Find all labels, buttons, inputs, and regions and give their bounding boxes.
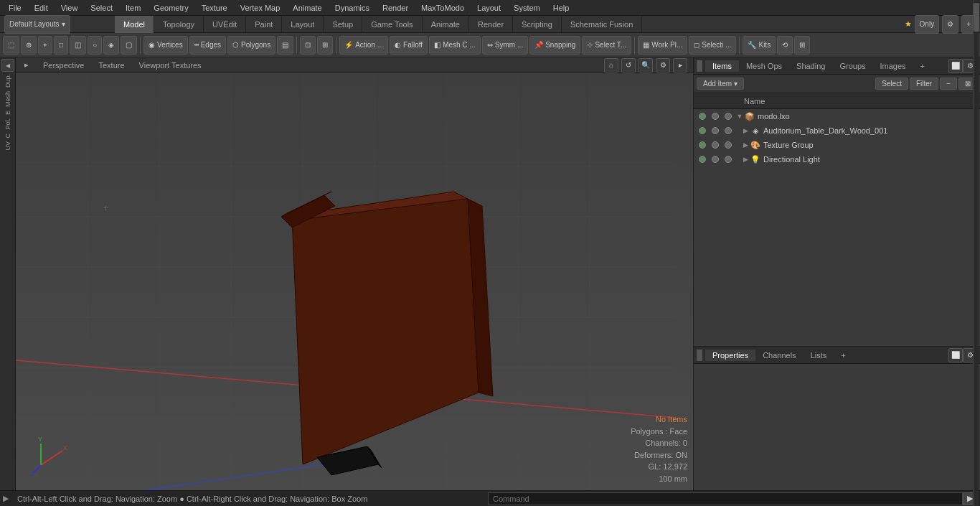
menu-item-dynamics[interactable]: Dynamics: [329, 2, 375, 14]
polygons-btn[interactable]: ⬡Polygons: [227, 36, 275, 55]
snap-btn2[interactable]: ⊞: [317, 36, 333, 55]
expand-modo-lxo[interactable]: ▼: [735, 113, 744, 120]
menu-item-vertex-map[interactable]: Vertex Map: [235, 2, 286, 14]
command-input[interactable]: [488, 492, 963, 505]
circle-btn[interactable]: ○: [88, 36, 102, 55]
menu-item-edit[interactable]: Edit: [29, 2, 54, 14]
snapping-btn[interactable]: 📌Snapping: [529, 36, 580, 55]
item-row-modo-lxo[interactable]: ▼ 📦 modo.lxo: [694, 109, 980, 123]
vis-dot3-modo-lxo[interactable]: [725, 113, 732, 120]
item-row-light[interactable]: ▶ 💡 Directional Light: [694, 152, 980, 167]
sidebar-toggle-btn[interactable]: ◀: [1, 59, 14, 72]
viewport-tab-texture[interactable]: Texture: [95, 60, 127, 71]
transform-btn[interactable]: ⬚: [3, 36, 19, 55]
vis-dot3-texture[interactable]: [725, 141, 732, 149]
vp-zoom-btn[interactable]: 🔍: [639, 58, 653, 72]
expand-texture[interactable]: ▶: [741, 141, 750, 149]
tab-items[interactable]: Items: [705, 60, 739, 72]
items-minus-btn[interactable]: −: [940, 78, 957, 90]
layout-tab-setup[interactable]: Setup: [324, 16, 362, 33]
vis3-auditorium[interactable]: [722, 125, 734, 136]
layout-tab-schematic-fusion[interactable]: Schematic Fusion: [562, 16, 642, 33]
tab-lists[interactable]: Lists: [804, 350, 834, 361]
only-btn[interactable]: Only: [915, 15, 940, 34]
panel-collapse-btn[interactable]: [697, 60, 702, 72]
vis-dot-auditorium[interactable]: [699, 127, 706, 134]
vis-dot2-light[interactable]: [712, 156, 719, 163]
vis-light[interactable]: [697, 154, 708, 165]
selection-btn[interactable]: ◻Selecti ...: [689, 36, 736, 55]
vis2-texture[interactable]: [710, 139, 721, 151]
vp-home-btn[interactable]: ⌂: [604, 58, 618, 72]
add-item-btn[interactable]: Add Item ▾: [697, 78, 744, 90]
select-btn[interactable]: ▢: [121, 36, 137, 55]
action-btn[interactable]: ⚡Action ...: [339, 36, 388, 55]
select-tool-btn[interactable]: ⊹Select T...: [582, 36, 631, 55]
vis-dot2-auditorium[interactable]: [712, 127, 719, 134]
expand-light[interactable]: ▶: [741, 156, 750, 163]
snap-btn1[interactable]: ⊡: [300, 36, 316, 55]
viewport-tab-perspective[interactable]: Perspective: [40, 60, 87, 71]
layout-tab-model[interactable]: Model: [115, 16, 154, 33]
vis3-light[interactable]: [722, 154, 734, 165]
mode-btn[interactable]: ▤: [277, 36, 293, 55]
mesh-btn[interactable]: ◧Mesh C ...: [429, 36, 481, 55]
select-btn[interactable]: Select: [875, 78, 908, 90]
vis3-modo-lxo[interactable]: [722, 111, 734, 122]
tab-groups[interactable]: Groups: [832, 60, 872, 72]
vis-dot-modo-lxo[interactable]: [699, 113, 706, 120]
edges-btn[interactable]: ━Edges: [189, 36, 226, 55]
layout-settings-btn[interactable]: ⚙: [942, 15, 958, 34]
vis2-light[interactable]: [710, 154, 721, 165]
viewport-tab-textures[interactable]: Viewport Textures: [136, 60, 204, 71]
tab-properties[interactable]: Properties: [705, 350, 755, 361]
vis-dot2-modo-lxo[interactable]: [712, 113, 719, 120]
expand-auditorium[interactable]: ▶: [741, 127, 750, 134]
menu-item-item[interactable]: Item: [120, 2, 146, 14]
vp-settings-btn[interactable]: ⚙: [656, 58, 670, 72]
vis-dot-light[interactable]: [699, 156, 706, 163]
falloff-btn[interactable]: ◐Falloff: [390, 36, 428, 55]
reset-btn[interactable]: ⟲: [777, 36, 793, 55]
layout-tab-uvedit[interactable]: UVEdit: [204, 16, 246, 33]
props-add-tab[interactable]: +: [834, 350, 852, 361]
tab-shading[interactable]: Shading: [789, 60, 832, 72]
props-collapse-btn[interactable]: [697, 350, 702, 361]
panel-expand-btn[interactable]: ⬜: [948, 59, 963, 73]
item-row-auditorium[interactable]: ▶ ◈ Auditorium_Table_Dark_Wood_001: [694, 123, 980, 138]
menu-item-system[interactable]: System: [508, 2, 546, 14]
layout-tab-render[interactable]: Render: [469, 16, 513, 33]
layout-tab-topology[interactable]: Topology: [154, 16, 204, 33]
vis-auditorium[interactable]: [697, 125, 708, 136]
vis2-auditorium[interactable]: [710, 125, 721, 136]
props-expand-btn[interactable]: ⬜: [948, 348, 963, 362]
menu-item-texture[interactable]: Texture: [196, 2, 233, 14]
menu-item-layout[interactable]: Layout: [471, 2, 507, 14]
vis-dot3-light[interactable]: [725, 156, 732, 163]
item-row-texture-group[interactable]: ▶ 🎨 Texture Group: [694, 138, 980, 152]
default-layouts-btn[interactable]: Default Layouts ▾: [4, 15, 70, 34]
layout-tab-game-tools[interactable]: Game Tools: [362, 16, 423, 33]
vertices-btn[interactable]: ◉Vertices: [143, 36, 188, 55]
workplane-btn[interactable]: ▦Work Pl...: [638, 36, 687, 55]
tab-images[interactable]: Images: [873, 60, 913, 72]
menu-item-render[interactable]: Render: [377, 2, 414, 14]
layout-tab-layout[interactable]: Layout: [282, 16, 324, 33]
vis-dot3-auditorium[interactable]: [725, 127, 732, 134]
vis-texture[interactable]: [697, 139, 708, 151]
viewport-toggle[interactable]: ▸: [22, 59, 32, 71]
kits-btn[interactable]: 🔧Kits: [743, 36, 776, 55]
vis-dot-texture[interactable]: [699, 141, 706, 149]
layout-tab-paint[interactable]: Paint: [246, 16, 282, 33]
vis2-modo-lxo[interactable]: [710, 111, 721, 122]
pivot-btn[interactable]: ⌖: [38, 36, 52, 55]
vis-dot2-texture[interactable]: [712, 141, 719, 149]
layout-tab-animate[interactable]: Animate: [423, 16, 469, 33]
shape-btn[interactable]: ◈: [103, 36, 119, 55]
box-btn2[interactable]: ◫: [70, 36, 86, 55]
vis3-texture[interactable]: [722, 139, 734, 151]
menu-item-file[interactable]: File: [3, 2, 27, 14]
vp-rotate-btn[interactable]: ↺: [621, 58, 636, 72]
vp-more-btn[interactable]: ▸: [673, 58, 687, 72]
vis-modo-lxo[interactable]: [697, 111, 708, 122]
